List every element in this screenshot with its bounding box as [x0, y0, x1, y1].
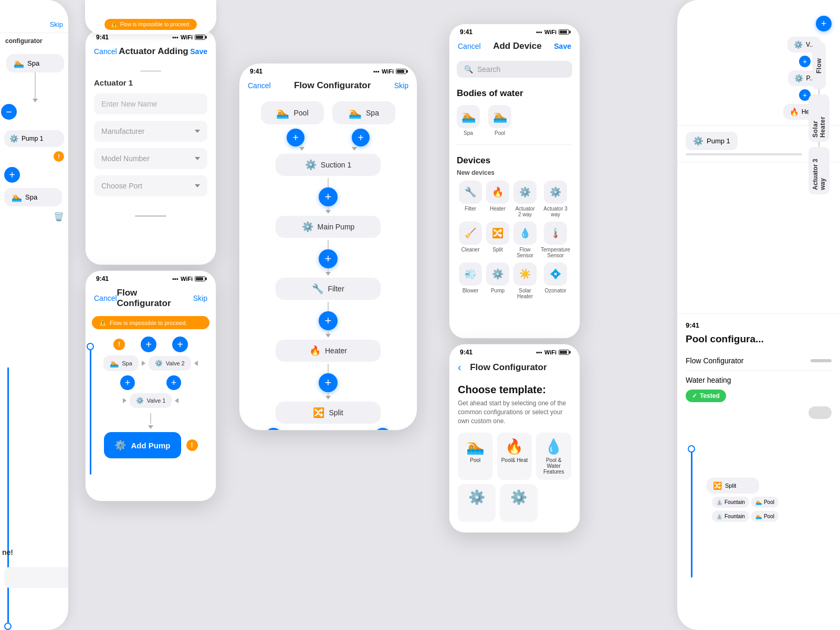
arrow-left-valve2	[194, 361, 198, 366]
left-configurator-label: configurator	[5, 37, 43, 45]
manufacturer-placeholder: Manufacturer	[101, 127, 144, 135]
actuator-label: Actuator 1	[94, 78, 207, 87]
flow-valve1-node: ⚙️ Valve 1	[130, 393, 172, 408]
add-after-heater[interactable]: +	[319, 373, 338, 392]
time-main: 9:41	[250, 68, 262, 75]
device-heater[interactable]: 🔥 Heater	[486, 181, 509, 217]
search-bar-add[interactable]: 🔍 Search	[457, 61, 572, 78]
device-actuator3[interactable]: ⚙️ Actuator 3 way	[541, 181, 570, 217]
main-heater-node: 🔥 Heater	[276, 340, 381, 362]
phone-template: 9:41 ▪▪▪ WiFi ‹ Flow Configurator Choose…	[449, 344, 580, 533]
status-bar-template: 9:41 ▪▪▪ WiFi	[449, 344, 580, 358]
template-custom-2[interactable]: ⚙️	[500, 484, 538, 522]
flow-error-add-2[interactable]: +	[172, 337, 188, 352]
name-input-field[interactable]: Enter New Name	[94, 93, 207, 114]
add-after-suction[interactable]: +	[319, 187, 338, 206]
main-filter-node: 🔧 Filter	[276, 278, 381, 300]
battery-add	[559, 29, 569, 35]
cancel-btn-actuator[interactable]: Cancel	[94, 47, 117, 56]
nav-title-actuator: Actuator Adding	[119, 46, 188, 57]
search-placeholder-add: Search	[477, 65, 500, 74]
add-after-pump[interactable]: +	[319, 249, 338, 268]
body-spa-item[interactable]: 🏊 Spa	[457, 105, 480, 136]
status-bar-add-device: 9:41 ▪▪▪ WiFi	[449, 24, 580, 38]
template-pool[interactable]: 🏊 Pool	[458, 433, 493, 480]
device-cleaner[interactable]: 🧹 Cleaner	[459, 222, 482, 258]
left-warning-badge: !	[54, 151, 64, 162]
signal-add: ▪▪▪	[536, 29, 542, 35]
cancel-add[interactable]: Cancel	[458, 42, 481, 50]
flow-valve2-node: ⚙️ Valve 2	[149, 356, 191, 371]
model-field[interactable]: Model Number	[94, 148, 207, 169]
pump-warning: !	[186, 439, 198, 451]
tested-label: Tested	[700, 392, 720, 400]
back-btn-template[interactable]: ‹	[458, 361, 461, 373]
name-placeholder: Enter New Name	[101, 100, 158, 108]
add-circle-bottom-2[interactable]: +	[166, 375, 181, 390]
battery-main	[396, 69, 406, 74]
right-pool-node-bottom-2: 🏊Pool	[751, 511, 779, 522]
manufacturer-field[interactable]: Manufacturer	[94, 121, 207, 142]
time-actuator: 9:41	[96, 34, 109, 41]
add-circle-bottom-1[interactable]: +	[120, 375, 135, 390]
right-flow-config-row[interactable]: Flow Configurator	[686, 351, 832, 371]
skip-main[interactable]: Skip	[394, 81, 408, 90]
spa-device-label: Spa	[464, 130, 473, 136]
pool-device-label: Pool	[495, 130, 505, 136]
right-solar-label: Solar Heater	[808, 94, 830, 142]
add-after-filter[interactable]: +	[319, 311, 338, 330]
left-nav-skip[interactable]: Skip	[50, 20, 63, 28]
arrow-spa-suction	[352, 147, 357, 151]
device-ozonator[interactable]: 💠 Ozonator	[541, 262, 570, 299]
arrow-left-valve1	[175, 398, 178, 403]
add-split-right[interactable]: +	[374, 428, 391, 430]
drag-handle	[140, 70, 161, 72]
model-chevron	[195, 157, 200, 160]
arrow-down-pump	[148, 425, 153, 429]
cancel-btn-flow[interactable]: Cancel	[94, 294, 117, 302]
body-pool-item[interactable]: 🏊 Pool	[488, 105, 511, 136]
device-flow-sensor[interactable]: 💧 Flow Sensor	[513, 222, 537, 258]
template-pool-heat[interactable]: 🔥 Pool& Heat	[497, 433, 532, 480]
device-split[interactable]: 🔀 Split	[486, 222, 509, 258]
save-add[interactable]: Save	[554, 42, 571, 50]
right-water-heating-label: Water heating	[686, 376, 731, 384]
devices-section: Devices New devices 🔧 Filter 🔥 Heater ⚙️…	[457, 150, 572, 299]
template-pool-water[interactable]: 💧 Pool & Water Features	[536, 433, 571, 480]
check-icon: ✓	[692, 392, 697, 400]
add-below-pool[interactable]: +	[287, 129, 304, 146]
wifi-main: WiFi	[382, 68, 394, 75]
main-pool-node: 🏊 Pool	[261, 101, 324, 124]
device-solar[interactable]: ☀️ Solar Heater	[513, 262, 537, 299]
right-add-top[interactable]: +	[816, 16, 832, 32]
add-below-spa[interactable]: +	[352, 129, 370, 146]
left-trash-icon[interactable]: 🗑️	[54, 212, 64, 222]
save-btn-actuator[interactable]: Save	[190, 47, 207, 56]
cancel-main[interactable]: Cancel	[248, 81, 271, 90]
device-actuator2[interactable]: ⚙️ Actuator 2 way	[513, 181, 537, 217]
phone-add-device: 9:41 ▪▪▪ WiFi Cancel Add Device Save 🔍 S…	[449, 24, 580, 339]
device-temp-sensor[interactable]: 🌡️ Temperature Sensor	[541, 222, 570, 258]
device-pump[interactable]: ⚙️ Pump	[486, 262, 509, 299]
add-split-left[interactable]: +	[265, 428, 282, 430]
main-split-node: 🔀 Split	[276, 402, 381, 424]
add-pump-btn[interactable]: ⚙️ Add Pump	[104, 432, 181, 458]
spa-device-icon: 🏊	[461, 110, 476, 123]
right-water-heating-row[interactable]: Water heating	[686, 371, 832, 390]
wifi-template: WiFi	[544, 349, 556, 355]
device-filter[interactable]: 🔧 Filter	[459, 181, 482, 217]
battery-template	[559, 350, 569, 355]
time-flow-error: 9:41	[96, 275, 109, 282]
device-blower[interactable]: 💨 Blower	[459, 262, 482, 299]
left-blue-connector[interactable]: −	[1, 104, 17, 120]
left-add-circle[interactable]: +	[4, 167, 20, 183]
title-template: Flow Configurator	[470, 362, 547, 373]
port-field[interactable]: Choose Port	[94, 175, 207, 196]
flow-error-add-1[interactable]: +	[141, 337, 156, 352]
template-custom-1[interactable]: ⚙️	[458, 484, 496, 522]
right-pool-panel: + ⚙️ V... + ⚙️ P... + 🔥 He...	[677, 0, 840, 630]
arrow-to-pump	[326, 210, 331, 214]
template-description: Get ahead start by selecting one of the …	[458, 399, 571, 425]
skip-btn-flow[interactable]: Skip	[193, 294, 207, 302]
toggle-switch[interactable]	[808, 406, 832, 419]
